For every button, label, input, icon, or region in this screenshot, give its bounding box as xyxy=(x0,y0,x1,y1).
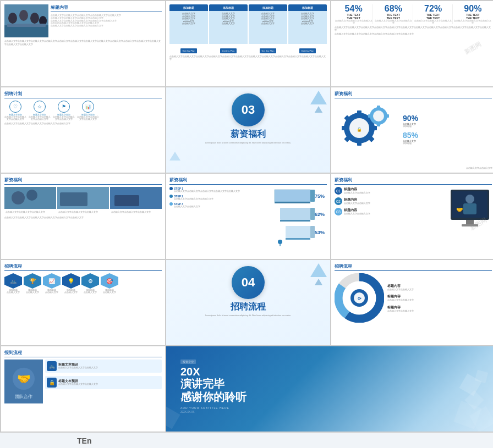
plan-2-header: 添加标题 xyxy=(209,4,248,11)
hex-label-5: 添加标题点击输入文字 xyxy=(81,289,99,294)
plan-4-btn[interactable]: Get this Plan xyxy=(299,48,316,53)
step-3: STEP 3 点击输入文字点击输入文字 xyxy=(169,202,270,208)
plan-2: 添加标题 点击输入文字点击输入文字点击输入文字adddate文字点击输入文字 G… xyxy=(209,4,248,54)
gear-stat-2: 85% 点击输入文字 添加标题 xyxy=(403,131,418,145)
r5c1-items: 🚲 标题文本预设 点击输入文字点击输入文字点击输入文字 🔒 标题文本预设 点击输… xyxy=(45,359,162,403)
hex-5: ⚙ xyxy=(81,273,99,289)
hex-1: 🚲 xyxy=(4,273,22,289)
step-3-text: 点击输入文字点击输入文字 xyxy=(174,206,270,208)
stat-4-pct: 90% xyxy=(454,4,492,13)
plan-1-header: 添加标题 xyxy=(169,4,208,11)
svg-text:⟳: ⟳ xyxy=(358,296,361,301)
num-item-1: 01 标题内容 点击输入文字点击输入文字 xyxy=(335,187,446,195)
triangle-deco-r4 xyxy=(310,263,327,287)
svg-rect-39 xyxy=(280,208,310,220)
r5c1-text-2: 标题文本预设 点击输入文字点击输入文字点击输入文字 xyxy=(58,379,98,386)
plan-2-btn[interactable]: Get this Plan xyxy=(220,48,237,53)
hex-2: 🏆 xyxy=(24,273,41,289)
big-circle: 03 xyxy=(232,93,265,126)
hex-label-4: 添加标题点击输入文字 xyxy=(62,289,80,294)
r2c1-title: 招聘计划 xyxy=(4,91,162,98)
slide-r1c1-body: 点击输入文字点击输入文字点击输入文字点击自由输入文字点击输入文字 点击输入文字点… xyxy=(51,14,162,27)
photo-text-3: 点击输入文字点击输入文字点击输入文字 xyxy=(110,210,162,215)
step-1: STEP 1 点击输入文字点击输入文字点击输入文字点击输入文字点击输入文字 xyxy=(169,187,270,192)
icon-circle-3: ⚑ xyxy=(58,101,70,113)
hands-photo: 🤝 团队合作 xyxy=(4,359,43,403)
r2c3-title: 薪资福利 xyxy=(335,91,492,98)
svg-text:53%: 53% xyxy=(315,230,325,235)
plan-4-header: 添加标题 xyxy=(288,4,327,11)
donut-label-3: 标题内容 点击输入文字点击输入文字 xyxy=(387,305,414,313)
r1c3-body: 点击输入文字点击输入文字点击输入文字点击输入文字点击输入文字点击输入文字点击输入… xyxy=(335,26,492,32)
hex-6: 🎯 xyxy=(101,273,118,289)
donut-l1-sub: 点击输入文字点击输入文字 xyxy=(387,289,414,291)
donut-chart: ⟳ xyxy=(335,273,384,323)
big-num: 20X xyxy=(180,366,481,377)
svg-rect-12 xyxy=(357,110,361,115)
svg-rect-40 xyxy=(310,208,315,220)
svg-point-51 xyxy=(465,195,474,203)
svg-text:🤝: 🤝 xyxy=(456,206,463,213)
photo-1 xyxy=(4,187,56,209)
chart-icon: 📊 xyxy=(85,104,91,109)
r5c1-text-1: 标题文本预设 点击输入文字点击输入文字点击输入文字 xyxy=(58,363,98,369)
svg-point-29 xyxy=(26,190,37,201)
svg-rect-34 xyxy=(275,190,310,202)
slide-r1c1: 标题内容 点击输入文字点击输入文字点击输入文字点击自由输入文字点击输入文字 点击… xyxy=(1,1,165,86)
r1c2-footer: 点击输入文字点击输入文字点击输入文字点击输入文字点击输入文字点击输入文字点击输入… xyxy=(169,56,327,60)
donut-l1-title: 标题内容 xyxy=(387,284,414,289)
hex-section-1: 🚲 添加标题点击输入文字 xyxy=(4,273,22,294)
pct-1: 90% xyxy=(403,114,418,123)
plan-3-btn[interactable]: Get this Plan xyxy=(260,48,277,53)
r4c1-title: 招聘流程 xyxy=(4,263,162,271)
r5c1-content: 🤝 团队合作 🚲 标题文本预设 点击输入文字点击输入文字点击输入文字 xyxy=(4,359,162,403)
r4c3-title: 招聘流程 xyxy=(335,263,492,271)
num-circle-1: 01 xyxy=(335,187,342,195)
photo-2 xyxy=(57,187,109,209)
svg-rect-15 xyxy=(342,126,346,130)
donut-label-1: 标题内容 点击输入文字点击输入文字 xyxy=(387,284,414,291)
pricing-grid: 添加标题 点击输入文字点击输入文字点击输入文字adddate文字点击输入文字 G… xyxy=(169,4,327,54)
svg-point-22 xyxy=(373,110,384,121)
donut-section: ⟳ 标题内容 点击输入文字点击输入文字 标题内容 点击输入文字点击输入文字 标题… xyxy=(335,273,492,323)
r2c1-body: 点击输入文字点击输入文字点击输入文字点击输入文字点击输入文字 xyxy=(4,123,162,125)
num-title-1: 标题内容 xyxy=(344,187,370,192)
num-circle-2: 02 xyxy=(335,197,342,205)
r3c1-footer: 点击输入文字点击输入文字点击输入文字点击输入文字点击输入文字点击输入文字 xyxy=(4,217,162,219)
stat-1-desc: 点击输入文字点击输入文字点击输入文字 xyxy=(335,20,373,24)
svg-point-28 xyxy=(12,191,25,204)
svg-rect-26 xyxy=(368,114,371,118)
hex-label-1: 添加标题点击输入文字 xyxy=(4,289,22,294)
stat-3: 72% THE TEXT THE TEXT 点击输入文字点击输入文字点击输入文字 xyxy=(414,4,453,24)
donut-l3-title: 标题内容 xyxy=(387,305,414,310)
triangle-deco-bottom xyxy=(169,152,180,169)
svg-marker-9 xyxy=(169,152,180,161)
svg-rect-41 xyxy=(280,220,310,222)
slide-r2c2-sub: Lorem ipsum dolor sit amet consectetur a… xyxy=(169,142,327,145)
donut-label-2: 标题内容 点击输入文字点击输入文字 xyxy=(387,294,414,302)
hex-section-4: 💡 添加标题点击输入文字 xyxy=(62,273,80,294)
slide-r4c3: 招聘流程 ⟳ 标题内容 点击输入文字点击输入文字 xyxy=(331,260,493,345)
triangle-deco xyxy=(310,91,327,115)
icon-row: ♡ 标题文字添加 点击输入文字点击输入文字点击输入文字 ☆ 标题文字添加 点击输… xyxy=(4,101,162,120)
r3c1-title: 薪资福利 xyxy=(4,177,162,185)
svg-rect-52 xyxy=(463,203,476,214)
num-sub-2: 点击输入文字点击输入文字 xyxy=(344,202,370,205)
svg-text:🔒: 🔒 xyxy=(357,126,362,132)
slide-r5c23: 投资企业 20X 演讲完毕 感谢你的聆听 ADD YOUR SUBTITLE H… xyxy=(166,346,493,432)
svg-text:团队合作: 团队合作 xyxy=(15,394,32,399)
gear-sub-2: 添加标题 xyxy=(403,142,418,145)
svg-rect-53 xyxy=(466,220,474,224)
icon-item-3: ⚑ 标题文字添加 点击输入文字点击输入文字点击输入文字 xyxy=(53,101,75,120)
svg-point-2 xyxy=(19,10,28,21)
r5c1-item-2: 🔒 标题文本预设 点击输入文字点击输入文字点击输入文字 xyxy=(45,376,162,389)
svg-rect-31 xyxy=(60,192,87,206)
add-subtitle: ADD YOUR SUBTITLE HERE xyxy=(180,406,481,410)
stat-3-desc: 点击输入文字点击输入文字点击输入文字 xyxy=(414,20,452,24)
plan-3-header: 添加标题 xyxy=(249,4,287,11)
hex-section-2: 🏆 添加标题点击输入文字 xyxy=(24,273,41,294)
r3c3-title: 薪资福利 xyxy=(335,177,492,185)
step-dot-3 xyxy=(169,202,173,206)
photo-grid: 点击输入文字点击输入文字点击输入文字 点击输入文字点击输入文字点击输入文字 点击… xyxy=(4,187,162,215)
plan-1-btn[interactable]: Get this Plan xyxy=(180,48,198,53)
